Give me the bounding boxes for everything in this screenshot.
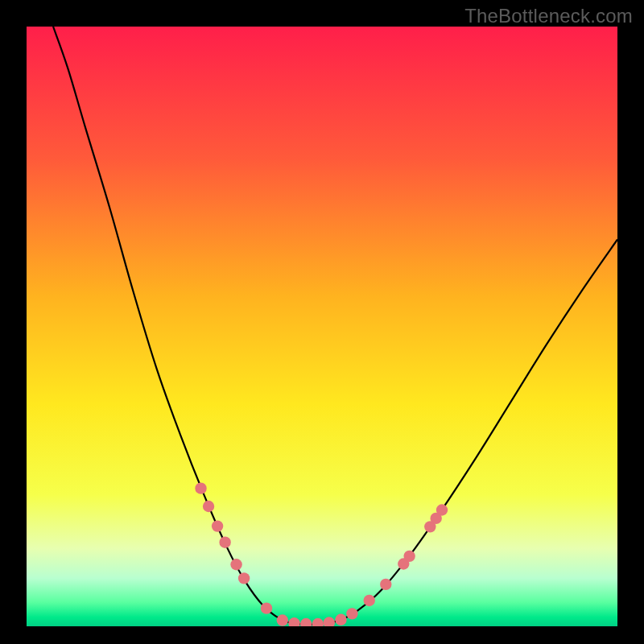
marker-point [380,579,391,590]
chart-svg [27,27,617,626]
marker-point [203,501,214,512]
marker-point [403,551,415,562]
marker-point [212,520,223,531]
marker-point [436,504,448,515]
marker-point [261,602,272,613]
gradient-background [27,27,617,626]
marker-point [230,559,242,570]
marker-point [219,537,230,548]
marker-point [195,482,206,493]
marker-point [277,614,288,625]
marker-point [364,595,375,606]
marker-point [346,608,357,619]
chart-container: TheBottleneck.com [0,0,644,644]
plot-area [27,27,617,626]
marker-point [238,572,250,584]
marker-point [335,614,346,625]
watermark-text: TheBottleneck.com [464,5,633,27]
